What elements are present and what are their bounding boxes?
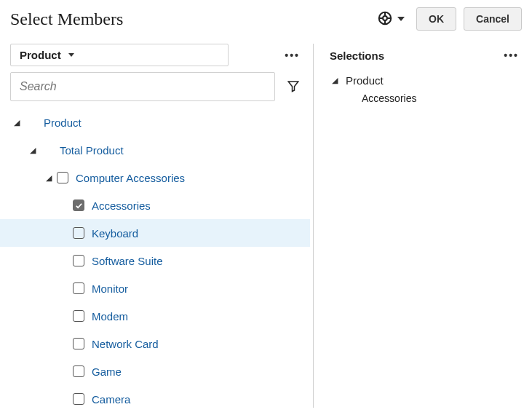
- tree-checkbox[interactable]: [57, 172, 68, 183]
- filter-button[interactable]: [284, 76, 303, 98]
- selection-member[interactable]: Accessories: [330, 90, 522, 104]
- header-actions: OK Cancel: [377, 7, 522, 31]
- tree-row[interactable]: Software Suite: [0, 247, 310, 274]
- caret-down-icon: ◢: [330, 76, 340, 85]
- tree-checkbox[interactable]: [73, 282, 84, 294]
- dialog-title: Select Members: [10, 9, 123, 29]
- selections-panel: Selections ••• ◢ Product Accessories: [314, 38, 532, 414]
- tree-row[interactable]: Monitor: [0, 274, 310, 302]
- tree-node-label[interactable]: Network Card: [92, 338, 159, 350]
- help-dropdown[interactable]: [377, 10, 405, 28]
- tree-row[interactable]: ◢Product: [0, 108, 310, 136]
- tree-row[interactable]: Game: [0, 357, 310, 385]
- svg-point-1: [383, 16, 387, 20]
- tree-node-label[interactable]: Total Product: [60, 144, 124, 157]
- caret-expanded-icon[interactable]: ◢: [44, 173, 54, 183]
- tree-checkbox[interactable]: [73, 365, 84, 377]
- member-tree[interactable]: ◢Product◢Total Product◢Computer Accessor…: [0, 108, 313, 414]
- caret-expanded-icon[interactable]: ◢: [12, 118, 22, 127]
- tree-checkbox[interactable]: [73, 393, 84, 405]
- chevron-down-icon: [68, 53, 74, 57]
- dialog-body: Product ••• ◢Product◢Total Product◢Compu…: [0, 38, 532, 414]
- tree-node-label[interactable]: Keyboard: [92, 227, 138, 240]
- selections-title: Selections: [330, 50, 384, 62]
- tree-node-label[interactable]: Game: [92, 365, 122, 378]
- members-panel-menu[interactable]: •••: [282, 47, 303, 64]
- tree-row[interactable]: Modem: [0, 302, 310, 330]
- selections-panel-menu[interactable]: •••: [501, 47, 522, 64]
- members-panel: Product ••• ◢Product◢Total Product◢Compu…: [0, 38, 313, 414]
- tree-node-label[interactable]: Modem: [92, 310, 128, 323]
- dimension-selector-label: Product: [20, 49, 61, 61]
- tree-checkbox[interactable]: [73, 227, 84, 239]
- tree-row[interactable]: Keyboard: [0, 219, 310, 247]
- tree-node-label[interactable]: Monitor: [92, 282, 128, 295]
- tree-checkbox[interactable]: [73, 338, 84, 349]
- selection-dimension-label: Product: [346, 74, 384, 87]
- help-icon: [377, 10, 393, 28]
- dialog-header: Select Members OK Cancel: [0, 0, 532, 38]
- cancel-button[interactable]: Cancel: [464, 7, 522, 31]
- tree-row[interactable]: Accessories: [0, 191, 310, 219]
- caret-expanded-icon[interactable]: ◢: [28, 146, 38, 155]
- ok-button[interactable]: OK: [416, 7, 456, 31]
- tree-node-label[interactable]: Product: [44, 116, 82, 129]
- search-input[interactable]: [10, 72, 275, 101]
- tree-node-label[interactable]: Camera: [92, 393, 130, 406]
- svg-marker-6: [288, 82, 298, 92]
- chevron-down-icon: [397, 17, 405, 21]
- tree-checkbox[interactable]: [73, 310, 84, 322]
- tree-node-label[interactable]: Software Suite: [92, 255, 163, 267]
- dimension-selector[interactable]: Product: [10, 44, 229, 66]
- tree-row[interactable]: Network Card: [0, 330, 310, 357]
- tree-checkbox[interactable]: [73, 199, 84, 211]
- tree-row[interactable]: Camera: [0, 385, 310, 413]
- tree-node-label[interactable]: Computer Accessories: [76, 172, 185, 184]
- tree-row[interactable]: ◢Total Product: [0, 136, 310, 164]
- tree-checkbox[interactable]: [73, 255, 84, 266]
- tree-node-label[interactable]: Accessories: [92, 199, 151, 212]
- tree-row[interactable]: ◢Computer Accessories: [0, 164, 310, 191]
- selection-dimension-row[interactable]: ◢ Product: [330, 71, 522, 90]
